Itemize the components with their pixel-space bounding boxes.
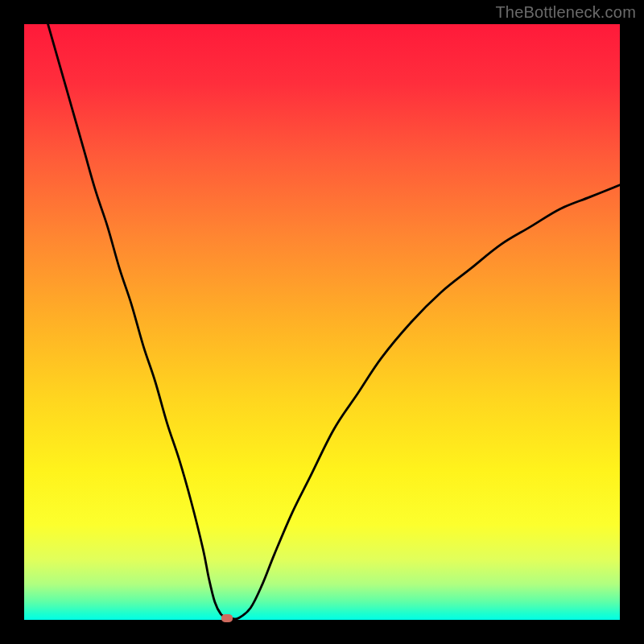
chart-frame: TheBottleneck.com bbox=[0, 0, 644, 644]
plot-area bbox=[24, 24, 620, 620]
bottleneck-curve bbox=[48, 24, 620, 619]
optimal-point-marker bbox=[221, 614, 233, 622]
watermark-text: TheBottleneck.com bbox=[495, 3, 636, 22]
curve-svg bbox=[24, 24, 620, 620]
